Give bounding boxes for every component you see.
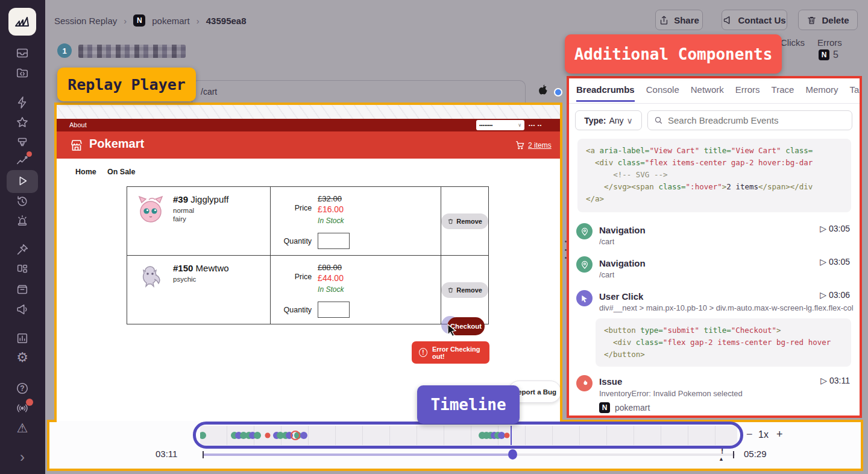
event-subtitle: div#__next > main.px-10.pb-10 > div.m-au… xyxy=(599,303,855,312)
bolt-icon[interactable] xyxy=(15,95,30,110)
pokemon-type: psychic xyxy=(173,276,229,283)
pokemon-name: Mewtwo xyxy=(196,263,229,273)
timeline-event-dot[interactable] xyxy=(254,432,261,439)
site-masked-menu: ••• •• xyxy=(529,122,542,128)
tab-errors[interactable]: Errors xyxy=(735,84,760,102)
pin-icon[interactable] xyxy=(15,242,30,257)
chevron-down-icon: ∨ xyxy=(518,122,521,128)
search-box[interactable] xyxy=(647,110,852,130)
app-sidebar: ⚙ ? ⚠ › xyxy=(0,0,45,474)
site-top-nav: About •••••••• ∨ ••• •• xyxy=(55,119,561,131)
session-replay-icon[interactable] xyxy=(15,174,30,188)
tab-network[interactable]: Network xyxy=(691,84,724,102)
speed-value[interactable]: 1x xyxy=(758,429,769,440)
drawer-icon[interactable] xyxy=(15,282,30,297)
site-nav-home[interactable]: Home xyxy=(75,168,96,176)
event-timestamp[interactable]: ▷ 03:05 xyxy=(820,257,850,267)
site-masked-select[interactable]: •••••••• ∨ xyxy=(476,120,524,130)
nextjs-logo: N xyxy=(599,402,610,413)
breadcrumb-session-id: 43595ea8 xyxy=(206,16,247,26)
event-title[interactable]: Navigation xyxy=(599,225,646,235)
event-timestamp[interactable]: ▷ 03:11 xyxy=(820,376,850,385)
trends-icon[interactable] xyxy=(15,153,30,168)
seek-thumb[interactable] xyxy=(508,449,517,460)
event-title[interactable]: Issue xyxy=(599,376,622,387)
old-price: £88.00 xyxy=(318,263,342,272)
seek-bar[interactable] xyxy=(203,452,735,458)
charts-icon[interactable] xyxy=(15,331,30,346)
error-toast: ! Error Checking out! xyxy=(412,341,489,364)
posthog-logo[interactable] xyxy=(8,8,36,36)
play-to-icon: ▷ xyxy=(820,290,826,300)
remove-button[interactable]: Remove xyxy=(441,282,488,298)
star-icon[interactable] xyxy=(15,115,30,130)
tab-trace[interactable]: Trace xyxy=(772,84,794,102)
speed-decrease-button[interactable]: − xyxy=(746,428,753,441)
delete-label: Delete xyxy=(822,15,849,25)
quantity-input[interactable] xyxy=(318,302,350,318)
tab-memory[interactable]: Memory xyxy=(805,84,838,102)
help-icon[interactable]: ? xyxy=(15,381,30,396)
pokemon-number: #39 xyxy=(173,194,188,204)
timeline-event-dot[interactable] xyxy=(300,432,307,439)
code-folder-icon[interactable] xyxy=(15,66,30,80)
settings-icon[interactable]: ⚙ xyxy=(15,350,30,365)
navigation-event-icon xyxy=(576,223,593,239)
search-input[interactable] xyxy=(668,115,846,125)
sale-price: £44.00 xyxy=(318,273,344,283)
contact-us-button[interactable]: Contact Us xyxy=(722,10,787,30)
megaphone-icon[interactable] xyxy=(15,302,30,317)
error-marker-arrow: ▲ xyxy=(719,456,724,462)
error-toast-text: Error Checking out! xyxy=(432,346,489,360)
cart-icon xyxy=(515,140,525,150)
tab-truncated[interactable]: Ta xyxy=(850,84,860,102)
tab-console[interactable]: Console xyxy=(646,84,679,102)
event-title[interactable]: User Click xyxy=(599,291,643,302)
timeline-event-track[interactable] xyxy=(200,426,737,445)
remove-button[interactable]: Remove xyxy=(441,213,488,229)
alerts-icon[interactable] xyxy=(15,213,30,227)
tab-breadcrumbs[interactable]: Breadcrumbs xyxy=(576,84,635,102)
panel-resize-handle[interactable] xyxy=(563,241,568,259)
url-text: /cart xyxy=(201,87,217,96)
masked-user-name xyxy=(78,45,186,58)
timeline-event-dot[interactable] xyxy=(505,433,510,438)
timeline-playhead[interactable] xyxy=(511,426,512,445)
timeline-event-dot[interactable] xyxy=(265,433,271,438)
breadcrumb-separator: › xyxy=(124,16,127,26)
replay-player-viewport[interactable]: About •••••••• ∨ ••• •• Pokemart 2 items… xyxy=(55,104,561,421)
speed-increase-button[interactable]: + xyxy=(776,428,783,441)
event-timestamp[interactable]: ▷ 03:06 xyxy=(820,290,850,300)
timeline-event-dot[interactable] xyxy=(291,431,300,440)
breadcrumb: Session Replay › N pokemart › 43595ea8 xyxy=(54,14,247,27)
breadcrumb-project[interactable]: pokemart xyxy=(152,16,190,26)
inbox-icon[interactable] xyxy=(15,46,30,60)
collapse-sidebar-icon[interactable]: › xyxy=(15,450,30,464)
timeline-event-dot[interactable] xyxy=(200,432,206,439)
seek-progress xyxy=(203,453,512,456)
history-icon[interactable] xyxy=(15,194,30,208)
price-label: Price xyxy=(271,262,312,294)
event-title[interactable]: Navigation xyxy=(599,258,646,268)
jigglypuff-sprite xyxy=(136,194,166,224)
event-time-value: 03:11 xyxy=(829,376,850,385)
event-timestamp[interactable]: ▷ 03:05 xyxy=(820,224,850,233)
remove-label: Remove xyxy=(456,286,482,294)
site-nav-onsale[interactable]: On Sale xyxy=(107,168,136,176)
site-brand[interactable]: Pokemart xyxy=(89,137,144,151)
cart-row-mewtwo: #150 Mewtwo psychic Price £88.00 £44.00 … xyxy=(127,256,489,324)
old-price: £32.00 xyxy=(318,194,342,203)
status-broadcast-icon[interactable] xyxy=(15,401,30,416)
type-filter-dropdown[interactable]: Type: Any ∨ xyxy=(575,110,642,130)
cart-items-link[interactable]: 2 items xyxy=(528,141,552,150)
delete-button[interactable]: Delete xyxy=(798,10,858,30)
share-button[interactable]: Share xyxy=(655,10,703,30)
site-about-link[interactable]: About xyxy=(69,121,87,128)
funnel-icon[interactable] xyxy=(15,135,30,150)
warning-icon[interactable]: ⚠ xyxy=(15,421,30,435)
breadcrumb-session-replay[interactable]: Session Replay xyxy=(54,16,117,26)
error-marker[interactable]: ! xyxy=(721,446,723,455)
total-time: 05:29 xyxy=(744,449,767,459)
quantity-input[interactable] xyxy=(318,233,350,249)
apps-icon[interactable] xyxy=(15,262,30,277)
